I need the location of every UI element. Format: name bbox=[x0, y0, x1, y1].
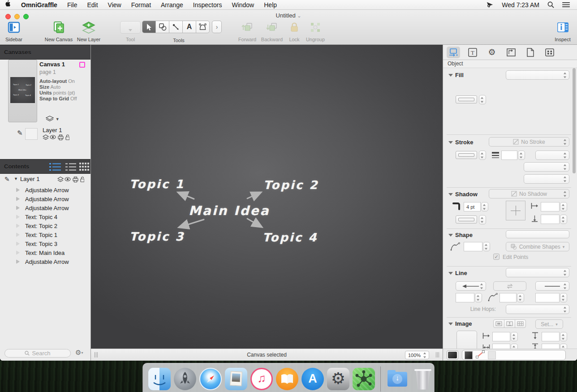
selection-tool-button[interactable] bbox=[142, 21, 156, 33]
shadow-type-dropdown[interactable]: No Shadow bbox=[489, 189, 569, 198]
line-section-title[interactable]: Line bbox=[448, 270, 467, 276]
more-tools-button[interactable]: › bbox=[212, 21, 222, 33]
image-set-dropdown[interactable]: Set... ▾ bbox=[535, 319, 563, 329]
line-end-arrow-dropdown[interactable] bbox=[535, 281, 569, 291]
dock-system-preferences-icon[interactable]: ⚙ bbox=[327, 368, 349, 390]
image-mode-mask-button[interactable] bbox=[504, 319, 515, 328]
image-section-title[interactable]: Image bbox=[448, 320, 472, 327]
pointer-menu-extra-icon[interactable] bbox=[486, 1, 494, 8]
contents-item-text-topic3[interactable]: Text: Topic 3 bbox=[0, 239, 90, 248]
shape-tool-button[interactable] bbox=[155, 21, 169, 33]
mindmap-arrows[interactable] bbox=[91, 45, 443, 349]
menu-inspectors[interactable]: Inspectors bbox=[188, 0, 227, 10]
fill-section-title[interactable]: Fill bbox=[448, 72, 464, 78]
corner-radius-input[interactable] bbox=[464, 242, 482, 251]
canvas-area[interactable]: Topic 1 Topic 2 Main Idea Topic 3 Topic … bbox=[91, 45, 443, 349]
shadow-offset-y-input[interactable] bbox=[541, 215, 560, 224]
search-input[interactable]: Search bbox=[4, 349, 71, 358]
layer-thumbnail[interactable] bbox=[25, 128, 38, 140]
image-offset-y-stepper[interactable] bbox=[560, 332, 567, 341]
stroke-width-stepper[interactable] bbox=[518, 151, 525, 160]
shadow-color-well[interactable] bbox=[456, 215, 477, 224]
dock-omnigraffle-icon[interactable] bbox=[353, 368, 375, 390]
image-offset-x-stepper[interactable] bbox=[511, 332, 518, 341]
stroke-position-dropdown[interactable] bbox=[524, 174, 569, 184]
shadow-section-title[interactable]: Shadow bbox=[448, 191, 478, 198]
dock-appstore-icon[interactable]: A bbox=[301, 368, 324, 390]
disclosure-triangle-icon[interactable]: ▼ bbox=[14, 177, 18, 181]
contents-layer-row[interactable]: ✎ ▼ Layer 1 bbox=[0, 175, 90, 185]
stroke-width-input[interactable] bbox=[501, 151, 517, 160]
view-outline-icon[interactable] bbox=[65, 163, 76, 172]
tab-canvas-inspector[interactable] bbox=[504, 47, 518, 58]
tab-stencils[interactable] bbox=[543, 47, 556, 58]
line-tool-button[interactable] bbox=[169, 21, 183, 33]
contents-item-adjustable-arrow-1[interactable]: Adjustable Arrow bbox=[0, 185, 90, 194]
line-start-size-stepper[interactable] bbox=[475, 293, 482, 302]
title-chevron-icon[interactable]: ⌄ bbox=[297, 13, 301, 18]
dock-ibooks-icon[interactable] bbox=[276, 368, 298, 390]
layer-name[interactable]: Layer 1 bbox=[20, 176, 39, 182]
current-style-swatch[interactable] bbox=[447, 350, 458, 360]
dock-launchpad-icon[interactable] bbox=[174, 368, 196, 390]
apple-menu[interactable] bbox=[0, 0, 16, 10]
contents-item-text-main-idea[interactable]: Text: Main Idea bbox=[0, 248, 90, 257]
tab-text-inspector[interactable]: T bbox=[466, 47, 479, 58]
line-curve-stepper[interactable] bbox=[517, 293, 524, 302]
pencil-icon[interactable]: ✎ bbox=[17, 129, 23, 137]
stroke-color-stepper[interactable] bbox=[479, 151, 486, 160]
tab-document-inspector[interactable] bbox=[524, 47, 537, 58]
tab-object-inspector[interactable] bbox=[447, 47, 460, 58]
shadow-offset-x-stepper[interactable] bbox=[560, 202, 567, 211]
fill-color-well[interactable] bbox=[456, 95, 477, 103]
image-mode-stretch-button[interactable] bbox=[493, 319, 504, 328]
line-start-arrow-dropdown[interactable] bbox=[456, 281, 486, 291]
shadow-offset-x-input[interactable] bbox=[541, 202, 560, 211]
shadow-color-stepper[interactable] bbox=[479, 215, 486, 224]
stroke-color-well[interactable] bbox=[456, 151, 477, 159]
line-end-size-stepper[interactable] bbox=[560, 293, 567, 302]
image-mode-tile-button[interactable] bbox=[515, 319, 526, 328]
pencil-icon[interactable]: ✎ bbox=[4, 176, 10, 183]
zoom-control[interactable]: 100% bbox=[405, 351, 429, 359]
menu-arrange[interactable]: Arrange bbox=[156, 0, 188, 10]
layers-disclosure[interactable]: ▼ bbox=[46, 116, 60, 123]
shadow-blur-stepper[interactable] bbox=[481, 202, 488, 211]
inspector-resize-grip[interactable] bbox=[436, 352, 439, 358]
contents-item-text-topic2[interactable]: Text: Topic 2 bbox=[0, 221, 90, 230]
dock-trash-icon[interactable] bbox=[412, 368, 434, 390]
stroke-section-title[interactable]: Stroke bbox=[448, 139, 473, 146]
pen-tool-button[interactable] bbox=[196, 21, 210, 33]
corner-radius-stepper[interactable] bbox=[483, 242, 490, 251]
canvas-text-main-idea[interactable]: Main Idea bbox=[189, 203, 270, 218]
shape-field[interactable] bbox=[506, 230, 569, 238]
style-fill-swatch[interactable] bbox=[465, 352, 472, 359]
menu-edit[interactable]: Edit bbox=[82, 0, 103, 10]
shadow-blur-input[interactable]: 4 pt bbox=[464, 202, 481, 211]
image-offset-x-input[interactable] bbox=[492, 332, 510, 341]
app-menu[interactable]: OmniGraffle bbox=[16, 0, 62, 10]
contents-item-text-topic4[interactable]: Text: Topic 4 bbox=[0, 212, 90, 221]
line-curve-input[interactable] bbox=[499, 293, 517, 302]
text-tool-button[interactable]: A bbox=[182, 21, 196, 33]
menu-view[interactable]: View bbox=[103, 0, 126, 10]
stroke-style-dropdown[interactable] bbox=[535, 151, 569, 160]
sidebar-toggle-button[interactable]: Sidebar bbox=[0, 20, 34, 42]
canvas-thumbnail[interactable]: Topic 1 Topic 2 Main Idea Topic 3 Topic … bbox=[8, 60, 37, 122]
search-options-gear-icon[interactable]: ⚙▾ bbox=[75, 349, 83, 357]
inspect-button[interactable]: Inspect bbox=[543, 20, 577, 42]
style-stroke-swatch[interactable] bbox=[476, 350, 485, 360]
dock-finder-icon[interactable] bbox=[148, 368, 171, 390]
spotlight-search-icon[interactable] bbox=[547, 1, 554, 8]
contents-item-adjustable-arrow-3[interactable]: Adjustable Arrow bbox=[0, 203, 90, 212]
line-end-size-input[interactable] bbox=[535, 293, 560, 302]
edit-points-checkbox[interactable]: ✓ bbox=[493, 254, 499, 260]
dock-itunes-icon[interactable]: ♫ bbox=[250, 368, 273, 390]
tab-properties-inspector[interactable]: ⚙ bbox=[485, 47, 499, 58]
canvas-text-topic4[interactable]: Topic 4 bbox=[263, 231, 318, 244]
menu-clock[interactable]: Wed 7:23 AM bbox=[502, 0, 539, 10]
dock-safari-icon[interactable] bbox=[199, 368, 222, 390]
canvas-flag-icon[interactable] bbox=[79, 62, 85, 68]
dock-mail-icon[interactable] bbox=[225, 368, 247, 390]
canvas-name[interactable]: Canvas 1 bbox=[39, 61, 65, 68]
